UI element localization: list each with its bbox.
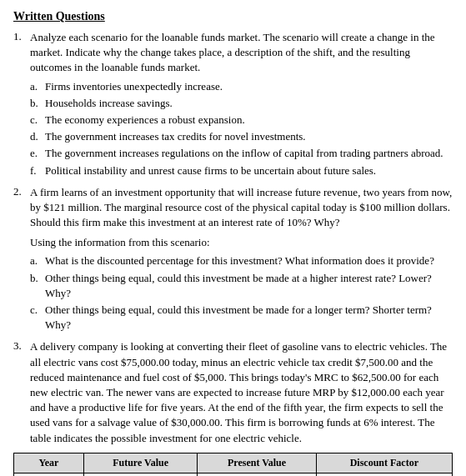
q1-sub-a: a. Firms inventories unexpectedly increa… [30, 79, 453, 94]
q3-number: 3. [13, 339, 27, 445]
q2-sub-a-text: What is the discounted percentage for th… [45, 253, 434, 268]
q2-sub-a: a. What is the discounted percentage for… [30, 253, 453, 268]
row1-year: 1 [14, 473, 84, 476]
col-header-present-value: Present Value [198, 453, 316, 473]
q1-sub-c: c. The economy experiences a robust expa… [30, 113, 453, 128]
q1-sub-c-label: c. [30, 113, 42, 128]
col-header-future-value: Future Value [83, 453, 198, 473]
q1-sub-d-text: The government increases tax credits for… [45, 129, 306, 144]
row1-discount-factor [316, 473, 452, 476]
q1-number: 1. [13, 30, 27, 76]
q2-sub-c: c. Other things being equal, could this … [30, 303, 453, 333]
q1-sub-e-label: e. [30, 146, 42, 161]
question-1: 1. Analyze each scenario for the loanabl… [13, 30, 453, 76]
q2-sub-b-text: Other things being equal, could this inv… [45, 271, 453, 301]
q2-sub-b: b. Other things being equal, could this … [30, 271, 453, 301]
q3-text: A delivery company is looking at convert… [30, 339, 453, 445]
q1-sub-b: b. Households increase savings. [30, 96, 453, 111]
q1-sub-f-label: f. [30, 163, 42, 178]
investment-table: Year Future Value Present Value Discount… [13, 453, 453, 476]
section-title: Written Questions [13, 10, 453, 23]
question-2: 2. A firm learns of an investment opport… [13, 185, 453, 231]
q1-sub-e: e. The government increases regulations … [30, 146, 453, 161]
q2-sub-b-label: b. [30, 271, 42, 301]
q1-sub-b-text: Households increase savings. [45, 96, 173, 111]
q1-sub-a-label: a. [30, 79, 42, 94]
q2-scenario-intro: Using the information from this scenario… [30, 235, 453, 250]
q1-sub-f-text: Political instability and unrest cause f… [45, 163, 376, 178]
table-row: 1 [14, 473, 453, 476]
col-header-year: Year [14, 453, 84, 473]
row1-future-value [83, 473, 198, 476]
q1-sub-e-text: The government increases regulations on … [45, 146, 443, 161]
q2-text: A firm learns of an investment opportuni… [30, 185, 453, 231]
q2-sub-c-label: c. [30, 303, 42, 333]
q1-sub-a-text: Firms inventories unexpectedly increase. [45, 79, 223, 94]
q1-sub-d: d. The government increases tax credits … [30, 129, 453, 144]
q1-sub-c-text: The economy experiences a robust expansi… [45, 113, 245, 128]
question-3: 3. A delivery company is looking at conv… [13, 339, 453, 445]
q2-sub-c-text: Other things being equal, could this inv… [45, 303, 453, 333]
q2-sub-a-label: a. [30, 253, 42, 268]
q1-sub-f: f. Political instability and unrest caus… [30, 163, 453, 178]
q1-sub-b-label: b. [30, 96, 42, 111]
col-header-discount-factor: Discount Factor [316, 453, 452, 473]
q1-text: Analyze each scenario for the loanable f… [30, 30, 453, 76]
row1-present-value [198, 473, 316, 476]
q2-number: 2. [13, 185, 27, 231]
q1-sub-d-label: d. [30, 129, 42, 144]
